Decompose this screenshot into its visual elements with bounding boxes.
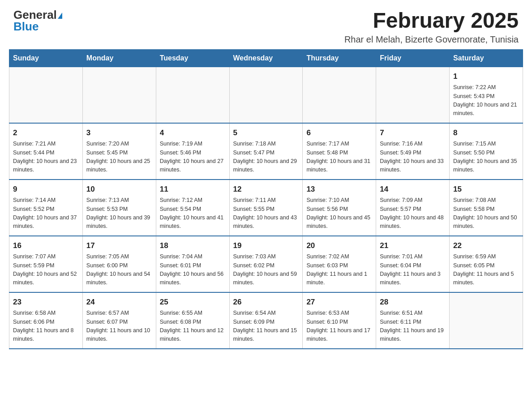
day-number: 11: [160, 184, 226, 195]
calendar-cell: [450, 292, 523, 349]
day-info: Sunrise: 7:15 AMSunset: 5:50 PMDaylight:…: [453, 140, 519, 175]
day-number: 22: [453, 240, 519, 252]
day-info: Sunrise: 7:18 AMSunset: 5:47 PMDaylight:…: [233, 140, 299, 175]
calendar-cell: 7Sunrise: 7:16 AMSunset: 5:49 PMDaylight…: [376, 123, 450, 180]
day-number: 13: [306, 184, 372, 195]
calendar-cell: 8Sunrise: 7:15 AMSunset: 5:50 PMDaylight…: [450, 123, 523, 180]
calendar-title: February 2025: [344, 9, 519, 33]
day-info: Sunrise: 6:51 AMSunset: 6:11 PMDaylight:…: [380, 309, 446, 344]
day-number: 27: [306, 296, 372, 308]
calendar-cell: 20Sunrise: 7:02 AMSunset: 6:03 PMDayligh…: [303, 236, 376, 292]
week-row-4: 16Sunrise: 7:07 AMSunset: 5:59 PMDayligh…: [9, 236, 523, 292]
day-number: 5: [233, 127, 299, 139]
logo-top: General: [13, 9, 62, 21]
calendar-cell: 9Sunrise: 7:14 AMSunset: 5:52 PMDaylight…: [9, 180, 83, 236]
logo: General Blue: [13, 9, 62, 32]
day-info: Sunrise: 7:01 AMSunset: 6:04 PMDaylight:…: [380, 253, 446, 287]
calendar-subtitle: Rhar el Melah, Bizerte Governorate, Tuni…: [344, 34, 519, 45]
day-info: Sunrise: 7:16 AMSunset: 5:49 PMDaylight:…: [380, 140, 446, 175]
calendar-cell: 19Sunrise: 7:03 AMSunset: 6:02 PMDayligh…: [229, 236, 303, 292]
calendar-cell: [156, 67, 229, 123]
calendar-cell: [376, 67, 450, 123]
day-number: 19: [233, 240, 299, 252]
day-info: Sunrise: 6:57 AMSunset: 6:07 PMDaylight:…: [86, 309, 152, 344]
calendar-cell: [229, 67, 303, 123]
day-info: Sunrise: 7:20 AMSunset: 5:45 PMDaylight:…: [86, 140, 152, 175]
weekday-header-row: SundayMondayTuesdayWednesdayThursdayFrid…: [9, 49, 523, 67]
page-header: General Blue February 2025 Rhar el Melah…: [0, 0, 532, 49]
day-number: 8: [453, 127, 519, 139]
calendar-cell: 25Sunrise: 6:55 AMSunset: 6:08 PMDayligh…: [156, 292, 229, 349]
day-number: 18: [160, 240, 226, 252]
weekday-header-sunday: Sunday: [9, 49, 83, 67]
calendar-cell: 6Sunrise: 7:17 AMSunset: 5:48 PMDaylight…: [303, 123, 376, 180]
day-info: Sunrise: 7:10 AMSunset: 5:56 PMDaylight:…: [306, 196, 372, 231]
day-info: Sunrise: 7:07 AMSunset: 5:59 PMDaylight:…: [13, 253, 79, 287]
day-number: 7: [380, 127, 446, 139]
weekday-header-monday: Monday: [82, 49, 156, 67]
day-number: 14: [380, 184, 446, 195]
calendar-cell: 11Sunrise: 7:12 AMSunset: 5:54 PMDayligh…: [156, 180, 229, 236]
calendar-cell: 14Sunrise: 7:09 AMSunset: 5:57 PMDayligh…: [376, 180, 450, 236]
calendar-cell: 17Sunrise: 7:05 AMSunset: 6:00 PMDayligh…: [82, 236, 156, 292]
day-number: 28: [380, 296, 446, 308]
calendar-cell: 2Sunrise: 7:21 AMSunset: 5:44 PMDaylight…: [9, 123, 83, 180]
calendar-table: SundayMondayTuesdayWednesdayThursdayFrid…: [9, 49, 523, 349]
day-number: 17: [86, 240, 152, 252]
calendar-cell: 21Sunrise: 7:01 AMSunset: 6:04 PMDayligh…: [376, 236, 450, 292]
day-number: 21: [380, 240, 446, 252]
calendar-cell: 23Sunrise: 6:58 AMSunset: 6:06 PMDayligh…: [9, 292, 83, 349]
day-number: 6: [306, 127, 372, 139]
day-info: Sunrise: 6:59 AMSunset: 6:05 PMDaylight:…: [453, 253, 519, 287]
week-row-3: 9Sunrise: 7:14 AMSunset: 5:52 PMDaylight…: [9, 180, 523, 236]
calendar-cell: [82, 67, 156, 123]
calendar-cell: 24Sunrise: 6:57 AMSunset: 6:07 PMDayligh…: [82, 292, 156, 349]
day-number: 16: [13, 240, 79, 252]
day-info: Sunrise: 7:02 AMSunset: 6:03 PMDaylight:…: [306, 253, 372, 287]
day-info: Sunrise: 7:04 AMSunset: 6:01 PMDaylight:…: [160, 253, 226, 287]
day-number: 2: [13, 127, 79, 139]
logo-blue-text: Blue: [13, 20, 39, 33]
calendar-cell: 12Sunrise: 7:11 AMSunset: 5:55 PMDayligh…: [229, 180, 303, 236]
calendar-cell: 3Sunrise: 7:20 AMSunset: 5:45 PMDaylight…: [82, 123, 156, 180]
calendar-cell: 15Sunrise: 7:08 AMSunset: 5:58 PMDayligh…: [450, 180, 523, 236]
day-number: 10: [86, 184, 152, 195]
weekday-header-friday: Friday: [376, 49, 450, 67]
day-info: Sunrise: 6:58 AMSunset: 6:06 PMDaylight:…: [13, 309, 79, 344]
logo-bottom: Blue: [13, 21, 39, 32]
day-number: 3: [86, 127, 152, 139]
calendar-cell: 4Sunrise: 7:19 AMSunset: 5:46 PMDaylight…: [156, 123, 229, 180]
day-number: 12: [233, 184, 299, 195]
day-info: Sunrise: 7:19 AMSunset: 5:46 PMDaylight:…: [160, 140, 226, 175]
calendar-cell: 1Sunrise: 7:22 AMSunset: 5:43 PMDaylight…: [450, 67, 523, 123]
day-info: Sunrise: 7:03 AMSunset: 6:02 PMDaylight:…: [233, 253, 299, 287]
day-number: 25: [160, 296, 226, 308]
calendar-cell: 26Sunrise: 6:54 AMSunset: 6:09 PMDayligh…: [229, 292, 303, 349]
weekday-header-wednesday: Wednesday: [229, 49, 303, 67]
week-row-2: 2Sunrise: 7:21 AMSunset: 5:44 PMDaylight…: [9, 123, 523, 180]
day-info: Sunrise: 7:11 AMSunset: 5:55 PMDaylight:…: [233, 196, 299, 231]
weekday-header-thursday: Thursday: [303, 49, 376, 67]
day-info: Sunrise: 6:53 AMSunset: 6:10 PMDaylight:…: [306, 309, 372, 344]
week-row-1: 1Sunrise: 7:22 AMSunset: 5:43 PMDaylight…: [9, 67, 523, 123]
weekday-header-tuesday: Tuesday: [156, 49, 229, 67]
day-info: Sunrise: 7:05 AMSunset: 6:00 PMDaylight:…: [86, 253, 152, 287]
day-number: 24: [86, 296, 152, 308]
calendar-cell: 13Sunrise: 7:10 AMSunset: 5:56 PMDayligh…: [303, 180, 376, 236]
day-number: 4: [160, 127, 226, 139]
weekday-header-saturday: Saturday: [450, 49, 523, 67]
calendar-header: SundayMondayTuesdayWednesdayThursdayFrid…: [9, 49, 523, 67]
calendar-body: 1Sunrise: 7:22 AMSunset: 5:43 PMDaylight…: [9, 67, 523, 349]
day-number: 23: [13, 296, 79, 308]
logo-triangle-icon: [58, 13, 62, 19]
calendar-cell: 16Sunrise: 7:07 AMSunset: 5:59 PMDayligh…: [9, 236, 83, 292]
day-info: Sunrise: 7:08 AMSunset: 5:58 PMDaylight:…: [453, 196, 519, 231]
calendar-cell: [9, 67, 83, 123]
calendar-cell: 27Sunrise: 6:53 AMSunset: 6:10 PMDayligh…: [303, 292, 376, 349]
day-info: Sunrise: 7:13 AMSunset: 5:53 PMDaylight:…: [86, 196, 152, 231]
calendar-cell: 10Sunrise: 7:13 AMSunset: 5:53 PMDayligh…: [82, 180, 156, 236]
calendar-cell: 18Sunrise: 7:04 AMSunset: 6:01 PMDayligh…: [156, 236, 229, 292]
day-info: Sunrise: 7:22 AMSunset: 5:43 PMDaylight:…: [453, 83, 519, 118]
day-number: 15: [453, 184, 519, 195]
calendar-wrapper: SundayMondayTuesdayWednesdayThursdayFrid…: [0, 49, 532, 358]
